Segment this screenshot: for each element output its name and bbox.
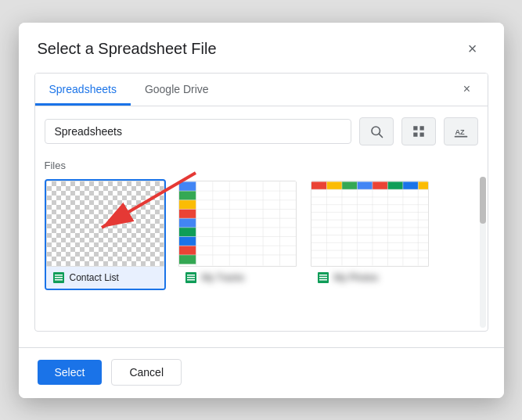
svg-rect-45: [372, 181, 387, 189]
files-grid: Contact List: [45, 179, 478, 290]
svg-rect-10: [55, 277, 63, 278]
svg-rect-9: [55, 275, 63, 276]
inner-dialog: Spreadsheets Google Drive × AZ: [34, 73, 488, 332]
dialog-title: Select a Spreadsheet File: [38, 40, 217, 58]
svg-rect-19: [179, 236, 196, 246]
outer-dialog: Select a Spreadsheet File × Spreadsheets…: [19, 23, 504, 398]
svg-rect-11: [55, 279, 63, 281]
thumb-svg-3: [311, 181, 428, 267]
grid-view-icon: [412, 124, 426, 138]
sheets-icon-3: [317, 271, 329, 284]
file-thumb-2: [178, 181, 297, 267]
scrollbar-track: [480, 177, 486, 328]
svg-rect-4: [413, 132, 417, 136]
svg-rect-12: [179, 181, 296, 265]
file-card-2[interactable]: My Tracks: [177, 179, 298, 290]
sort-button[interactable]: AZ: [444, 117, 478, 145]
svg-rect-43: [341, 181, 356, 189]
svg-rect-41: [311, 181, 326, 189]
search-button[interactable]: [359, 117, 394, 145]
svg-rect-44: [357, 181, 372, 189]
sort-icon: AZ: [453, 124, 469, 139]
svg-rect-2: [413, 126, 417, 130]
tab-spreadsheets[interactable]: Spreadsheets: [35, 74, 131, 106]
select-button[interactable]: Select: [38, 360, 103, 385]
file-thumb-3: [311, 181, 429, 267]
inner-close-button[interactable]: ×: [456, 78, 478, 100]
cancel-button[interactable]: Cancel: [111, 359, 182, 386]
svg-rect-20: [179, 246, 196, 255]
file-name-3: My Photos: [334, 272, 379, 283]
svg-text:AZ: AZ: [455, 128, 465, 136]
svg-rect-3: [419, 126, 423, 130]
svg-rect-46: [387, 181, 402, 189]
svg-rect-18: [179, 227, 196, 236]
svg-rect-5: [419, 132, 423, 136]
file-name-row-1: Contact List: [46, 267, 164, 289]
svg-rect-13: [179, 181, 196, 191]
svg-rect-38: [187, 277, 195, 278]
svg-rect-40: [311, 181, 428, 265]
svg-rect-68: [319, 277, 327, 278]
grid-view-button[interactable]: [401, 117, 436, 145]
svg-rect-39: [187, 279, 195, 281]
svg-rect-48: [418, 181, 428, 189]
svg-rect-21: [179, 254, 196, 264]
file-card-contact-list[interactable]: Contact List: [45, 179, 166, 290]
file-name-2: My Tracks: [202, 272, 245, 283]
scrollbar-thumb[interactable]: [480, 177, 486, 224]
svg-rect-17: [179, 218, 196, 228]
svg-rect-42: [326, 181, 341, 189]
svg-line-1: [379, 134, 382, 137]
svg-rect-69: [319, 279, 327, 281]
file-card-3[interactable]: My Photos: [309, 179, 430, 290]
file-thumb-1: [46, 181, 164, 267]
tab-google-drive[interactable]: Google Drive: [131, 74, 223, 106]
svg-rect-14: [179, 191, 196, 200]
checkerboard-thumb: [47, 181, 164, 266]
search-row: AZ: [35, 106, 488, 153]
file-name-1: Contact List: [70, 272, 119, 283]
svg-rect-16: [179, 209, 196, 218]
tabs-row: Spreadsheets Google Drive ×: [35, 74, 488, 106]
outer-close-button[interactable]: ×: [460, 37, 485, 62]
svg-rect-47: [402, 181, 417, 189]
svg-rect-37: [187, 275, 195, 276]
sheets-icon-2: [185, 271, 197, 284]
file-name-row-3: My Photos: [311, 267, 429, 289]
footer: Select Cancel: [19, 347, 504, 398]
file-name-row-2: My Tracks: [178, 267, 297, 289]
files-section: Files: [35, 153, 488, 331]
thumb-svg-2: [179, 181, 296, 267]
search-input[interactable]: [45, 119, 351, 144]
tabs-container: Spreadsheets Google Drive: [35, 74, 223, 106]
files-label: Files: [45, 156, 478, 171]
sheets-icon-1: [52, 271, 65, 284]
search-icon: [369, 124, 383, 138]
svg-rect-67: [319, 275, 327, 276]
outer-header: Select a Spreadsheet File ×: [19, 23, 504, 73]
svg-rect-15: [179, 199, 196, 209]
